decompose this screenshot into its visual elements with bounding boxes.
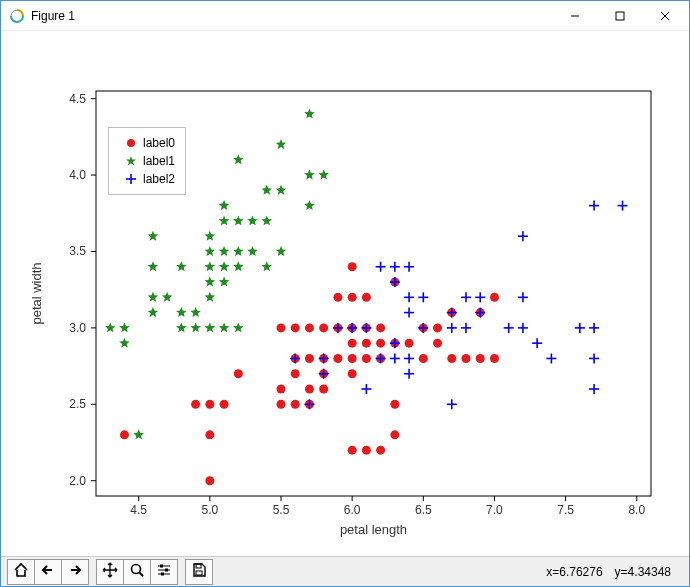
pan-button[interactable]	[96, 559, 124, 585]
svg-text:6.0: 6.0	[344, 503, 361, 517]
titlebar: Figure 1	[1, 1, 689, 31]
svg-point-43	[305, 385, 314, 394]
svg-marker-106	[190, 307, 200, 317]
save-button[interactable]	[185, 559, 213, 585]
svg-point-64	[348, 339, 357, 348]
svg-point-86	[348, 293, 357, 302]
svg-point-44	[277, 400, 286, 409]
svg-point-40	[205, 400, 214, 409]
svg-marker-93	[105, 322, 115, 332]
svg-marker-132	[304, 170, 314, 180]
svg-marker-107	[205, 322, 215, 332]
svg-line-221	[140, 572, 144, 576]
svg-marker-94	[119, 322, 129, 332]
maximize-button[interactable]	[597, 1, 642, 31]
svg-text:7.0: 7.0	[486, 503, 503, 517]
circle-marker-icon	[119, 137, 143, 149]
svg-point-72	[462, 354, 471, 363]
legend-label: label0	[143, 136, 175, 150]
svg-point-78	[319, 323, 328, 332]
svg-text:petal width: petal width	[29, 262, 44, 324]
legend-item-label0: label0	[119, 134, 175, 152]
scatter-plot: 4.55.05.56.06.57.07.58.02.02.53.03.54.04…	[1, 31, 689, 556]
svg-point-38	[120, 430, 129, 439]
svg-point-77	[305, 323, 314, 332]
arrow-left-icon	[40, 562, 56, 582]
svg-point-84	[433, 323, 442, 332]
svg-marker-102	[176, 261, 186, 271]
svg-marker-127	[262, 185, 272, 195]
svg-rect-226	[165, 568, 168, 571]
svg-text:petal length: petal length	[340, 522, 407, 537]
svg-point-65	[362, 339, 371, 348]
svg-rect-227	[161, 572, 164, 575]
svg-text:4.5: 4.5	[130, 503, 147, 517]
svg-marker-128	[276, 246, 286, 256]
svg-marker-115	[219, 277, 229, 287]
app-window: Figure 1 4.55.05.56.06.57.07.58.02.02.53…	[0, 0, 690, 587]
svg-text:5.5: 5.5	[273, 503, 290, 517]
legend-item-label1: label1	[119, 152, 175, 170]
svg-point-69	[419, 354, 428, 363]
svg-marker-110	[205, 292, 215, 302]
svg-marker-116	[219, 261, 229, 271]
svg-marker-100	[176, 322, 186, 332]
svg-marker-217	[126, 156, 136, 166]
svg-rect-229	[196, 571, 202, 575]
svg-rect-2	[616, 12, 624, 20]
svg-text:8.0: 8.0	[628, 503, 645, 517]
svg-text:4.5: 4.5	[69, 92, 86, 106]
legend-item-label2: label2	[119, 170, 175, 188]
svg-text:6.5: 6.5	[415, 503, 432, 517]
forward-button[interactable]	[61, 559, 89, 585]
svg-point-42	[277, 385, 286, 394]
move-icon	[102, 562, 118, 582]
svg-marker-118	[219, 215, 229, 225]
zoom-button[interactable]	[123, 559, 151, 585]
svg-point-45	[291, 400, 300, 409]
svg-point-71	[447, 354, 456, 363]
minimize-button[interactable]	[552, 1, 597, 31]
plot-area[interactable]: 4.55.05.56.06.57.07.58.02.02.53.03.54.04…	[1, 31, 689, 556]
svg-marker-135	[233, 154, 243, 164]
svg-marker-126	[262, 215, 272, 225]
svg-marker-122	[233, 215, 243, 225]
svg-marker-98	[148, 292, 158, 302]
svg-point-36	[205, 476, 214, 485]
svg-marker-105	[190, 322, 200, 332]
svg-point-87	[362, 293, 371, 302]
home-button[interactable]	[7, 559, 35, 585]
svg-point-41	[220, 400, 229, 409]
svg-marker-130	[276, 139, 286, 149]
sliders-icon	[156, 562, 172, 582]
svg-marker-117	[219, 246, 229, 256]
svg-point-76	[291, 323, 300, 332]
save-icon	[191, 562, 207, 582]
app-icon	[9, 8, 25, 24]
svg-point-70	[433, 339, 442, 348]
svg-point-66	[376, 339, 385, 348]
nav-toolbar: x=6.76276 y=4.34348	[1, 556, 689, 586]
configure-button[interactable]	[150, 559, 178, 585]
svg-rect-225	[160, 564, 163, 567]
svg-marker-95	[119, 338, 129, 348]
svg-point-75	[277, 323, 286, 332]
close-button[interactable]	[642, 1, 687, 31]
svg-marker-119	[219, 200, 229, 210]
coord-y-readout: y=4.34348	[615, 565, 671, 579]
svg-marker-113	[205, 246, 215, 256]
arrow-right-icon	[67, 562, 83, 582]
legend: label0 label1 label2	[108, 127, 186, 195]
svg-point-62	[390, 430, 399, 439]
svg-marker-134	[318, 170, 328, 180]
svg-marker-112	[205, 261, 215, 271]
svg-point-53	[305, 354, 314, 363]
svg-text:2.5: 2.5	[69, 397, 86, 411]
coord-x-readout: x=6.76276	[546, 565, 602, 579]
back-button[interactable]	[34, 559, 62, 585]
svg-point-74	[490, 354, 499, 363]
svg-point-63	[390, 400, 399, 409]
svg-point-58	[348, 369, 357, 378]
svg-point-57	[376, 446, 385, 455]
star-marker-icon	[119, 155, 143, 167]
